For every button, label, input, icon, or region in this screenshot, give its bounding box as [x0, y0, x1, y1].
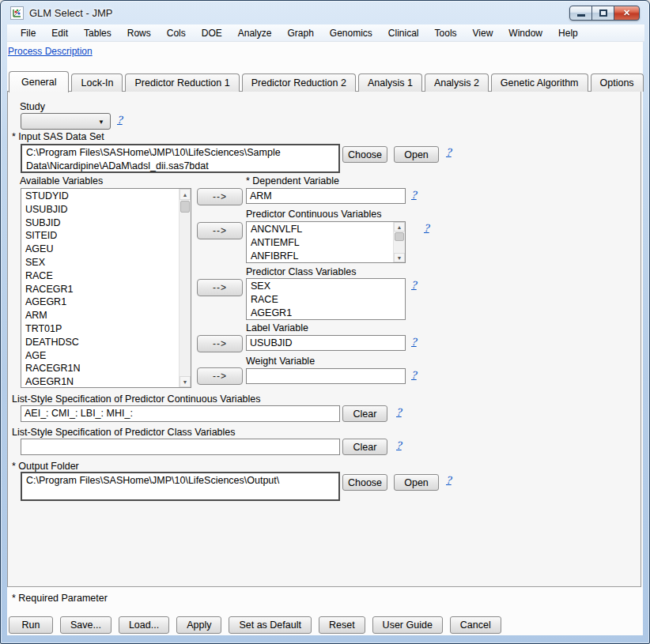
tab-analysis-2[interactable]: Analysis 2 [425, 73, 489, 92]
variable-item[interactable]: RACEGR1N [22, 362, 178, 375]
move-class-button[interactable]: --> [197, 279, 243, 296]
variable-item[interactable]: ARM [22, 309, 178, 322]
output-folder-choose-button[interactable]: Choose [342, 474, 387, 491]
continuous-variables-list[interactable]: ANCNVLFLANTIEMFLANFIBRFL ▲ ▼ [246, 221, 406, 263]
study-help-link[interactable]: ? [117, 114, 123, 126]
dependent-variable-field[interactable]: ARM [246, 188, 406, 204]
tab-analysis-1[interactable]: Analysis 1 [358, 73, 422, 92]
continuous-variables-scrollbar[interactable]: ▲ ▼ [393, 222, 405, 262]
dependent-variable-help-link[interactable]: ? [411, 189, 417, 201]
variable-item[interactable]: TRT01P [22, 322, 178, 336]
user-guide-button[interactable]: User Guide [372, 616, 443, 634]
tab-lock-in[interactable]: Lock-In [71, 73, 123, 92]
menu-item[interactable]: View [465, 25, 501, 41]
output-folder-help-link[interactable]: ? [446, 474, 452, 486]
variable-item[interactable]: SEX [22, 256, 178, 269]
menu-item[interactable]: Help [550, 25, 586, 41]
variable-item[interactable]: STUDYID [22, 190, 178, 203]
continuous-variables-help-link[interactable]: ? [424, 222, 429, 234]
output-folder-label: * Output Folder [12, 461, 79, 472]
variable-item[interactable]: ANCNVLFL [248, 223, 392, 236]
move-continuous-button[interactable]: --> [197, 222, 243, 239]
move-weight-button[interactable]: --> [197, 367, 243, 385]
run-button[interactable]: Run [9, 616, 53, 634]
menu-item[interactable]: Clinical [380, 25, 427, 41]
menu-item[interactable]: Rows [119, 25, 159, 41]
menu-item[interactable]: Tables [76, 25, 119, 41]
chevron-down-icon: ▼ [98, 119, 104, 126]
cancel-button[interactable]: Cancel [450, 616, 501, 634]
variable-item[interactable]: SITEID [22, 229, 178, 243]
class-variables-help-link[interactable]: ? [411, 279, 417, 291]
tab-general[interactable]: General [9, 71, 69, 92]
load-button[interactable]: Load... [119, 616, 169, 634]
menu-item[interactable]: Graph [279, 25, 321, 41]
variable-item[interactable]: RACE [22, 269, 178, 283]
tab-predictor-reduction-2[interactable]: Predictor Reduction 2 [242, 73, 356, 92]
menu-item[interactable]: DOE [194, 25, 230, 41]
apply-button[interactable]: Apply [176, 616, 221, 634]
scrollbar-thumb[interactable] [180, 201, 190, 213]
scrollbar-thumb[interactable] [395, 232, 404, 241]
variable-item[interactable]: SEX [248, 280, 404, 293]
variable-item[interactable]: ANFIBRFL [248, 250, 392, 262]
scroll-up-icon[interactable]: ▲ [180, 189, 191, 200]
weight-variable-help-link[interactable]: ? [411, 369, 417, 381]
class-variables-list[interactable]: SEXRACEAGEGR1 [246, 278, 406, 320]
process-description-link[interactable]: Process Description [8, 46, 93, 57]
list-style-class-label: List-Style Specification of Predictor Cl… [12, 427, 236, 438]
required-parameter-note: * Required Parameter [12, 593, 108, 604]
dependent-variable-label: * Dependent Variable [246, 175, 339, 186]
output-folder-open-button[interactable]: Open [394, 474, 439, 491]
list-style-continuous-help-link[interactable]: ? [396, 406, 402, 418]
menu-item[interactable]: Analyze [230, 25, 280, 41]
scroll-up-icon[interactable]: ▲ [394, 222, 405, 232]
save-button[interactable]: Save... [60, 616, 111, 634]
study-dropdown[interactable]: ▼ [21, 113, 111, 130]
variable-item[interactable]: RACEGR1 [22, 283, 178, 296]
menu-item[interactable]: Window [501, 25, 550, 41]
tab-genetic-algorithm[interactable]: Genetic Algorithm [491, 73, 588, 92]
available-variables-scrollbar[interactable]: ▲ ▼ [179, 189, 191, 387]
minimize-button[interactable] [569, 6, 592, 21]
reset-button[interactable]: Reset [319, 616, 365, 634]
list-style-class-field[interactable] [21, 439, 340, 455]
tab-options[interactable]: Options [591, 73, 644, 92]
menu-item[interactable]: Edit [43, 25, 76, 41]
menu-item[interactable]: File [13, 25, 43, 41]
input-dataset-help-link[interactable]: ? [446, 146, 452, 158]
list-style-continuous-clear-button[interactable]: Clear [342, 405, 387, 422]
variable-item[interactable]: AGE [22, 349, 178, 363]
available-variables-list[interactable]: STUDYIDUSUBJIDSUBJIDSITEIDAGEUSEXRACERAC… [21, 188, 191, 388]
variable-item[interactable]: AGEU [22, 243, 178, 256]
scroll-down-icon[interactable]: ▼ [180, 376, 191, 387]
set-as-default-button[interactable]: Set as Default [229, 616, 312, 634]
variable-item[interactable]: AGEGR1 [248, 307, 404, 318]
input-dataset-field[interactable]: C:\Program Files\SASHome\JMP\10\LifeScie… [21, 144, 340, 173]
scroll-down-icon[interactable]: ▼ [394, 253, 405, 262]
menu-item[interactable]: Tools [427, 25, 465, 41]
output-folder-field[interactable]: C:\Program Files\SASHome\JMP\10\LifeScie… [21, 472, 340, 501]
menu-item[interactable]: Cols [159, 25, 194, 41]
label-variable-help-link[interactable]: ? [411, 336, 417, 348]
menu-item[interactable]: Genomics [322, 25, 380, 41]
variable-item[interactable]: DEATHDSC [22, 336, 178, 349]
label-variable-field[interactable]: USUBJID [246, 335, 406, 351]
move-label-button[interactable]: --> [197, 335, 243, 352]
input-dataset-open-button[interactable]: Open [394, 146, 439, 163]
variable-item[interactable]: ANTIEMFL [248, 236, 392, 250]
tab-predictor-reduction-1[interactable]: Predictor Reduction 1 [125, 73, 239, 92]
input-dataset-choose-button[interactable]: Choose [342, 146, 387, 163]
weight-variable-field[interactable] [246, 368, 406, 384]
variable-item[interactable]: AGEGR1N [22, 375, 178, 386]
list-style-class-help-link[interactable]: ? [396, 439, 402, 451]
maximize-button[interactable] [591, 6, 614, 21]
list-style-class-clear-button[interactable]: Clear [342, 439, 387, 455]
variable-item[interactable]: USUBJID [22, 203, 178, 217]
variable-item[interactable]: SUBJID [22, 217, 178, 230]
close-button[interactable]: ✕ [614, 6, 640, 21]
variable-item[interactable]: AGEGR1 [22, 296, 178, 309]
variable-item[interactable]: RACE [248, 293, 404, 307]
list-style-continuous-field[interactable]: AEI_: CMI_: LBI_: MHI_: [21, 405, 340, 422]
move-dependent-button[interactable]: --> [197, 188, 243, 205]
